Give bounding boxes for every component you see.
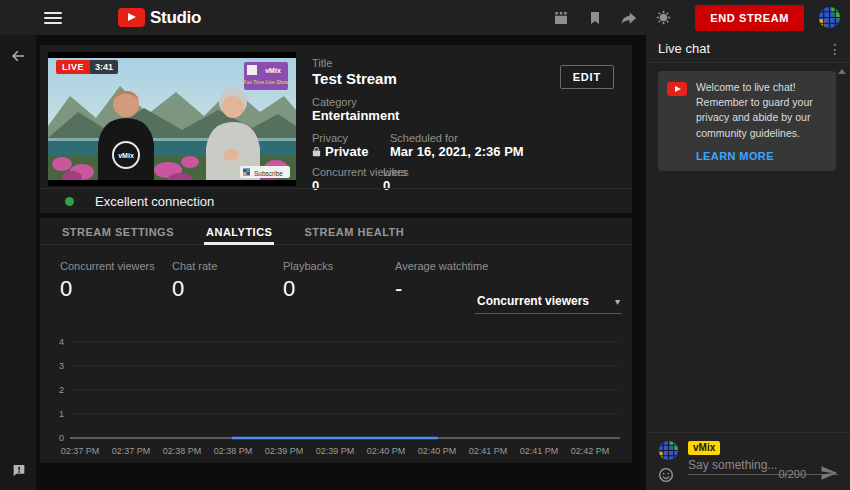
svg-text:02:37 PM: 02:37 PM <box>112 446 151 456</box>
metric-value: 0 <box>283 276 333 302</box>
svg-text:vMix: vMix <box>118 152 134 159</box>
svg-text:02:42 PM: 02:42 PM <box>571 446 610 456</box>
chevron-down-icon: ▾ <box>615 296 620 307</box>
metric-label: Playbacks <box>283 260 333 272</box>
category-label: Category <box>312 96 357 108</box>
live-chat-header: Live chat ⋮ <box>646 35 850 63</box>
connection-status-dot <box>65 197 74 206</box>
svg-text:02:41 PM: 02:41 PM <box>520 446 559 456</box>
top-bar: Studio END STREAM <box>0 0 850 35</box>
owner-badge: vMix <box>688 441 720 455</box>
svg-text:4: 4 <box>59 337 64 347</box>
chat-message-input[interactable]: Say something... <box>688 458 777 472</box>
stream-info-card: vMix vMix Fun Time Live Show <box>40 45 632 213</box>
concurrent-viewers-chart: 0123402:37 PM02:37 PM02:38 PM02:38 PM02:… <box>54 330 624 460</box>
metric-label: Concurrent viewers <box>60 260 155 272</box>
svg-text:02:38 PM: 02:38 PM <box>163 446 202 456</box>
emoji-icon[interactable] <box>658 467 674 483</box>
scheduled-label: Scheduled for <box>390 132 458 144</box>
tab-analytics[interactable]: ANALYTICS <box>204 218 274 245</box>
analytics-card: STREAM SETTINGS ANALYTICS STREAM HEALTH … <box>40 218 632 463</box>
welcome-text: Welcome to live chat! Remember to guard … <box>696 80 827 141</box>
chat-welcome-message: Welcome to live chat! Remember to guard … <box>658 71 836 171</box>
lock-icon <box>312 146 321 157</box>
metric-label: Average watchtime <box>395 260 488 272</box>
metric-chat-rate: Chat rate 0 <box>172 260 217 302</box>
tab-bar: STREAM SETTINGS ANALYTICS STREAM HEALTH <box>40 218 632 245</box>
svg-text:02:39 PM: 02:39 PM <box>316 446 355 456</box>
live-badge: LIVE <box>56 60 90 74</box>
scroll-up-icon[interactable] <box>838 69 846 74</box>
privacy-text: Private <box>325 144 368 159</box>
bookmark-icon[interactable] <box>585 8 605 28</box>
feedback-icon[interactable] <box>11 463 27 479</box>
end-stream-button[interactable]: END STREAM <box>695 5 804 31</box>
category-value: Entertainment <box>312 108 399 123</box>
svg-text:1: 1 <box>59 409 64 419</box>
metric-playbacks: Playbacks 0 <box>283 260 333 302</box>
scheduled-value: Mar 16, 2021, 2:36 PM <box>390 144 524 159</box>
youtube-logo-icon <box>118 8 145 27</box>
svg-text:2: 2 <box>59 385 64 395</box>
svg-text:0: 0 <box>59 433 64 443</box>
dropdown-selected-value: Concurrent viewers <box>477 294 589 308</box>
metric-label: Chat rate <box>172 260 217 272</box>
connection-status-text: Excellent connection <box>95 194 214 209</box>
studio-logo[interactable]: Studio <box>118 8 201 28</box>
svg-text:02:38 PM: 02:38 PM <box>214 446 253 456</box>
youtube-icon <box>667 82 687 96</box>
youtube-studio-live-dashboard: Studio END STREAM <box>0 0 850 490</box>
chat-input-area: vMix Say something... 0/200 <box>646 432 850 490</box>
svg-text:02:41 PM: 02:41 PM <box>469 446 508 456</box>
menu-icon[interactable] <box>44 12 62 24</box>
svg-text:02:40 PM: 02:40 PM <box>367 446 406 456</box>
metric-value: 0 <box>60 276 155 302</box>
metric-concurrent-viewers: Concurrent viewers 0 <box>60 260 155 302</box>
input-underline <box>688 474 838 475</box>
chat-avatar <box>658 440 679 461</box>
svg-text:Fun Time Live Show: Fun Time Live Show <box>243 79 289 85</box>
tab-stream-health[interactable]: STREAM HEALTH <box>302 218 406 245</box>
stream-title: Test Stream <box>312 70 397 87</box>
subscribe-overlay: Subscribe <box>240 166 290 178</box>
show-logo-overlay: vMix Fun Time Live Show <box>243 62 289 90</box>
svg-text:vMix: vMix <box>265 67 281 74</box>
elapsed-time-badge: 3:41 <box>90 60 118 74</box>
svg-text:02:40 PM: 02:40 PM <box>418 446 457 456</box>
privacy-label: Privacy <box>312 132 348 144</box>
edit-button[interactable]: EDIT <box>560 65 614 89</box>
gear-icon[interactable] <box>653 8 673 28</box>
chart-metric-dropdown[interactable]: Concurrent viewers ▾ <box>475 294 622 314</box>
account-avatar[interactable] <box>818 6 841 29</box>
title-label: Title <box>312 57 332 69</box>
back-arrow-icon[interactable] <box>9 47 27 65</box>
svg-text:02:37 PM: 02:37 PM <box>61 446 100 456</box>
learn-more-link[interactable]: LEARN MORE <box>696 150 827 162</box>
privacy-value: Private <box>312 144 368 159</box>
studio-wordmark: Studio <box>150 8 201 28</box>
likes-label: Likes <box>383 166 409 178</box>
left-rail <box>0 35 36 490</box>
tab-stream-settings[interactable]: STREAM SETTINGS <box>60 218 176 245</box>
live-preview: vMix vMix Fun Time Live Show <box>48 52 296 186</box>
connection-status-row: Excellent connection <box>40 188 632 213</box>
send-icon[interactable] <box>820 464 838 482</box>
stream-details: Title Test Stream EDIT Category Entertai… <box>312 45 632 185</box>
share-icon[interactable] <box>619 8 639 28</box>
kebab-menu-icon[interactable]: ⋮ <box>828 41 842 57</box>
char-counter: 0/200 <box>778 468 806 480</box>
live-chat-panel: Live chat ⋮ Welcome to live chat! Rememb… <box>646 35 850 490</box>
film-icon[interactable] <box>551 8 571 28</box>
svg-text:3: 3 <box>59 361 64 371</box>
metric-value: 0 <box>172 276 217 302</box>
svg-text:02:39 PM: 02:39 PM <box>265 446 304 456</box>
svg-text:Subscribe: Subscribe <box>254 170 283 177</box>
live-chat-title: Live chat <box>658 41 710 56</box>
